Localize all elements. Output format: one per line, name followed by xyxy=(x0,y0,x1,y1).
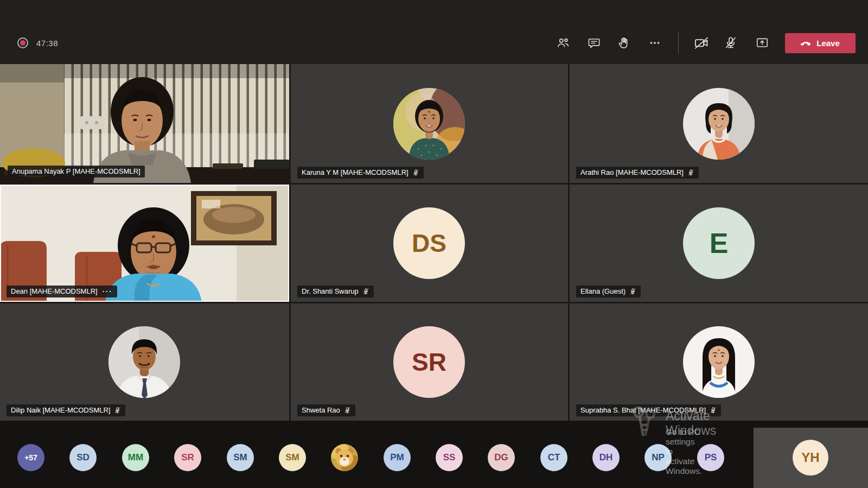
strip-avatar-dg[interactable]: DG xyxy=(488,444,515,471)
participant-name-label: Shweta Rao xyxy=(297,404,355,416)
toolbar-divider xyxy=(678,33,679,53)
participant-name-label: Ellana (Guest) xyxy=(576,286,641,297)
participant-tile-suprabha: Suprabha S. Bhat [MAHE-MCODSMLR] xyxy=(570,303,868,421)
recording-indicator-icon xyxy=(17,37,28,48)
avatar-initials-text: SD xyxy=(76,452,90,463)
meeting-window: 47:38 xyxy=(0,0,868,488)
strip-avatar-dh[interactable]: DH xyxy=(592,444,620,471)
avatar-photo-suprabha xyxy=(683,326,755,398)
meeting-toolbar: 47:38 xyxy=(0,0,868,64)
strip-avatar-sm2[interactable]: SM xyxy=(279,444,306,471)
participant-name: Dr. Shanti Swarup xyxy=(302,288,359,295)
raise-hand-button[interactable] xyxy=(613,32,635,54)
participant-name: Shweta Rao xyxy=(302,407,340,414)
avatar-initials-text: PS xyxy=(705,452,717,463)
mic-off-icon xyxy=(724,36,738,50)
participant-name-label: Dilip Naik [MAHE-MCODSMLR] xyxy=(7,404,125,416)
participant-name: Ellana (Guest) xyxy=(580,288,626,295)
avatar-initials-text: SM xyxy=(233,452,247,463)
self-avatar: YH xyxy=(793,440,828,476)
meeting-timer: 47:38 xyxy=(36,39,58,48)
mic-toggle-button[interactable] xyxy=(720,32,742,54)
tile-overflow-menu[interactable]: ··· xyxy=(101,288,113,295)
avatar-initials-text: PM xyxy=(390,452,404,463)
strip-avatar-sd[interactable]: SD xyxy=(69,444,97,471)
participant-name-label: Anupama Nayak P [MAHE-MCODSMLR] xyxy=(8,166,145,178)
strip-avatar-sr[interactable]: SR xyxy=(174,444,201,471)
camera-off-icon xyxy=(694,35,709,50)
participant-tile-shweta: SR Shweta Rao xyxy=(291,303,568,421)
more-options-button[interactable] xyxy=(644,32,666,54)
raise-hand-icon xyxy=(617,36,631,50)
mic-muted-icon xyxy=(362,288,369,295)
camera-toggle-button[interactable] xyxy=(691,32,712,54)
participant-tile-ellana: E Ellana (Guest) xyxy=(570,185,868,302)
avatar-initials: DS xyxy=(393,207,465,279)
chat-icon xyxy=(587,36,601,50)
avatar-initials-text: E xyxy=(710,227,729,259)
participant-tile-karuna: Karuna Y M [MAHE-MCODSMLR] xyxy=(291,64,568,183)
participant-name: Arathi Rao [MAHE-MCODSMLR] xyxy=(580,169,684,176)
strip-avatar-ss[interactable]: SS xyxy=(436,444,463,471)
participant-tile-arathi: Arathi Rao [MAHE-MCODSMLR] xyxy=(570,64,868,183)
participant-tile-anupama: Anupama Nayak P [MAHE-MCODSMLR] xyxy=(0,64,289,183)
avatar-initials-text: DG xyxy=(494,452,508,463)
avatar-initials: E xyxy=(683,207,755,279)
avatar-initials-text: SM xyxy=(285,452,299,463)
participant-tile-shanti: DS Dr. Shanti Swarup xyxy=(291,185,568,302)
participant-name-label: Dean [MAHE-MCODSMLR] ··· xyxy=(7,286,117,297)
avatar-photo-karuna xyxy=(393,88,465,160)
mic-muted-icon xyxy=(344,407,351,414)
share-screen-icon xyxy=(755,36,769,50)
participant-tile-dean: Dean [MAHE-MCODSMLR] ··· xyxy=(0,185,289,302)
avatar-initials-text: MM xyxy=(128,452,143,463)
chat-button[interactable] xyxy=(583,32,605,54)
avatar-initials-text: SR xyxy=(181,452,194,463)
overflow-count: +57 xyxy=(24,453,37,462)
participants-icon xyxy=(556,36,570,50)
participant-name-label: Dr. Shanti Swarup xyxy=(297,286,374,297)
avatar-initials-text: YH xyxy=(801,450,819,465)
share-screen-button[interactable] xyxy=(751,32,773,54)
participant-name-label: Suprabha S. Bhat [MAHE-MCODSMLR] xyxy=(576,404,721,416)
participant-name: Anupama Nayak P [MAHE-MCODSMLR] xyxy=(12,168,141,175)
participant-tile-dilip: Dilip Naik [MAHE-MCODSMLR] xyxy=(0,303,289,421)
mic-muted-icon xyxy=(710,407,717,414)
avatar-initials-text: DS xyxy=(412,229,446,258)
leave-button[interactable]: Leave xyxy=(785,33,856,53)
strip-avatar-ct[interactable]: CT xyxy=(540,444,567,471)
participants-button[interactable] xyxy=(552,32,574,54)
leave-button-label: Leave xyxy=(816,39,840,48)
more-options-icon xyxy=(648,36,662,50)
mic-muted-icon xyxy=(687,169,694,176)
hamster-avatar-image xyxy=(331,444,358,471)
participant-name: Dean [MAHE-MCODSMLR] xyxy=(11,288,98,295)
overflow-count-avatar[interactable]: +57 xyxy=(17,444,44,471)
strip-avatar-hamster-photo[interactable] xyxy=(331,444,358,471)
hangup-icon xyxy=(801,38,812,49)
recording-dot xyxy=(20,40,25,46)
mic-muted-icon xyxy=(629,288,636,295)
avatar-photo-dilip xyxy=(108,326,180,398)
strip-avatar-sm1[interactable]: SM xyxy=(227,444,254,471)
participant-name-label: Karuna Y M [MAHE-MCODSMLR] xyxy=(297,167,424,179)
mic-muted-icon xyxy=(412,169,419,176)
strip-avatar-pm[interactable]: PM xyxy=(384,444,411,471)
avatar-initials-text: SS xyxy=(443,452,456,463)
avatar-initials-text: DH xyxy=(599,452,613,463)
strip-avatar-np[interactable]: NP xyxy=(644,444,672,471)
strip-avatar-ps[interactable]: PS xyxy=(697,444,724,471)
avatar-initials-text: NP xyxy=(652,452,665,463)
avatar-photo-arathi xyxy=(683,88,755,160)
video-feed-dean xyxy=(0,185,289,302)
participant-name: Dilip Naik [MAHE-MCODSMLR] xyxy=(11,407,110,414)
avatar-initials-text: SR xyxy=(412,347,446,377)
participant-name: Suprabha S. Bhat [MAHE-MCODSMLR] xyxy=(580,407,706,414)
self-view-tile[interactable]: YH xyxy=(754,428,868,488)
participant-name: Karuna Y M [MAHE-MCODSMLR] xyxy=(302,169,409,176)
mic-muted-icon xyxy=(114,407,121,414)
participant-name-label: Arathi Rao [MAHE-MCODSMLR] xyxy=(576,167,699,179)
avatar-initials-text: CT xyxy=(548,452,560,463)
avatar-initials: SR xyxy=(393,326,465,398)
strip-avatar-mm[interactable]: MM xyxy=(122,444,149,471)
